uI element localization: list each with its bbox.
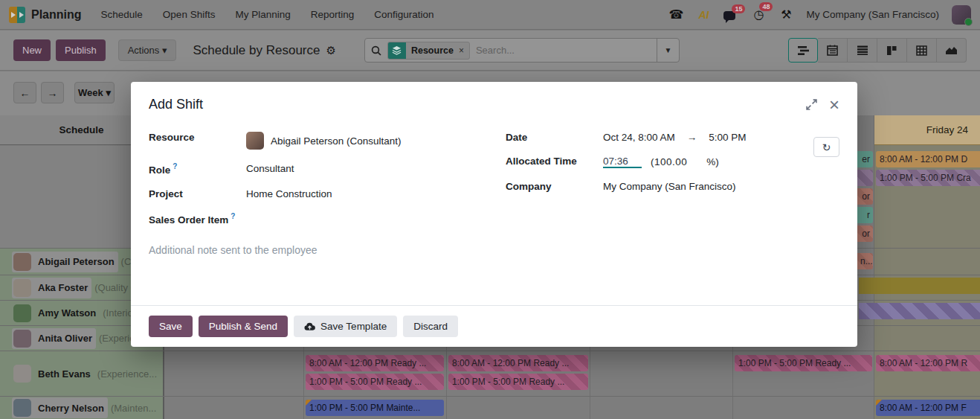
resource-avatar	[13, 399, 31, 417]
project-field[interactable]: Home Construction	[246, 188, 506, 199]
ai-icon[interactable]: AI	[696, 9, 711, 21]
dialog-footer: Save Publish & Send Save Template Discar…	[131, 305, 857, 347]
resource-avatar	[13, 253, 31, 271]
shift-bar[interactable]: 8:00 AM - 12:00 PM Ready ...	[448, 355, 588, 371]
resource-field[interactable]: Abigail Peterson (Consultant)	[246, 132, 506, 150]
shift-bar[interactable]: 1:00 PM - 5:00 PM Ready ...	[448, 374, 588, 390]
shift-bar[interactable]: 8:00 AM - 12:00 PM F	[876, 400, 980, 416]
shift-bar[interactable]: 1:00 PM - 5:00 PM Cra	[876, 170, 980, 186]
view-switch-list-icon[interactable]	[848, 38, 877, 63]
shift-bar[interactable]: 1:00 PM - 5:00 PM Ready ...	[735, 355, 872, 371]
resource-role: (Mainten...	[111, 403, 156, 414]
form-left-column: Resource Abigail Peterson (Consultant) R…	[149, 132, 506, 225]
facet-remove-icon[interactable]: ×	[459, 45, 469, 56]
app-menus: ScheduleOpen ShiftsMy PlanningReportingC…	[101, 9, 434, 20]
note-input[interactable]: Additional note sent to the employee	[131, 225, 857, 256]
shift-bar[interactable]: 1:00 PM - 5:00 PM Ready ...	[306, 374, 444, 390]
discard-button[interactable]: Discard	[403, 316, 458, 337]
publish-send-button[interactable]: Publish & Send	[199, 316, 288, 337]
shift-bar[interactable]: or	[857, 188, 873, 205]
shift-bar[interactable]: 1:00 PM - 5:00 PM Mainte...	[306, 400, 444, 416]
search-facet-resource[interactable]: Resource ×	[387, 42, 470, 60]
shift-bar[interactable]: or	[857, 226, 873, 242]
date-label: Date	[506, 132, 603, 143]
activity-badge: 48	[759, 2, 773, 11]
resource-row-beth[interactable]: Beth Evans(Experience...	[0, 351, 164, 396]
app-name[interactable]: Planning	[31, 8, 82, 22]
shift-bar[interactable]	[859, 303, 980, 319]
date-field[interactable]: Oct 24, 8:00 AM → 5:00 PM	[603, 132, 818, 143]
voip-phone-icon[interactable]: ☎	[668, 7, 683, 22]
role-field[interactable]: Consultant	[246, 162, 506, 176]
allocated-percentage: (100.00	[651, 156, 687, 167]
resource-name: Beth Evans	[38, 368, 91, 380]
date-start-input[interactable]: Oct 24, 8:00 AM	[603, 132, 675, 143]
publish-button[interactable]: Publish	[56, 39, 106, 61]
resource-name: Cherry Nelson	[38, 403, 104, 414]
resource-name: Abigail Peterson	[38, 256, 115, 267]
shift-bar[interactable]: 8:00 AM - 12:00 PM D	[876, 151, 980, 167]
shift-bar[interactable]: n...	[857, 253, 873, 269]
resource-avatar	[13, 330, 31, 348]
top-navbar: Planning ScheduleOpen ShiftsMy PlanningR…	[0, 0, 980, 30]
search-dropdown-toggle[interactable]: ▼	[657, 39, 679, 62]
shift-bar[interactable]: 8:00 AM - 12:00 PM Ready ...	[306, 355, 444, 371]
resource-avatar	[13, 279, 31, 297]
resource-avatar	[246, 132, 264, 150]
menu-my-planning[interactable]: My Planning	[235, 9, 290, 20]
form-right-column: Date Oct 24, 8:00 AM → 5:00 PM Allocated…	[506, 132, 818, 225]
view-switch-pivot-icon[interactable]	[907, 38, 937, 63]
role-label: Role?	[149, 162, 246, 176]
user-avatar[interactable]	[952, 5, 971, 25]
activities-clock-icon[interactable]: ◷ 48	[751, 7, 766, 22]
company-label: Company	[506, 181, 603, 192]
allocated-time-input[interactable]	[603, 156, 642, 168]
view-switcher	[788, 38, 967, 63]
date-end-input[interactable]: 5:00 PM	[709, 132, 746, 143]
menu-open-shifts[interactable]: Open Shifts	[163, 9, 216, 20]
resource-avatar	[13, 365, 31, 383]
layers-icon	[388, 42, 406, 60]
company-field[interactable]: My Company (San Francisco)	[603, 181, 818, 192]
tools-icon[interactable]: ⚒	[778, 7, 793, 22]
search-bar[interactable]: Resource × Search... ▼	[364, 38, 680, 63]
save-button[interactable]: Save	[149, 316, 193, 337]
search-icon	[371, 45, 381, 56]
resource-name: Aka Foster	[38, 282, 88, 293]
facet-label: Resource	[406, 45, 459, 56]
prev-arrow-button[interactable]: ←	[13, 82, 36, 103]
view-title: Schedule by Resource	[193, 43, 320, 58]
recurrence-refresh-button[interactable]: ↻	[813, 137, 839, 157]
close-icon[interactable]: ×	[829, 99, 839, 111]
gantt-column-gridline	[874, 115, 874, 419]
view-switch-gantt-icon[interactable]	[788, 38, 818, 63]
discuss-chat-icon[interactable]: 15	[723, 10, 738, 20]
sales-order-item-field[interactable]	[246, 212, 506, 226]
help-icon: ?	[231, 212, 235, 220]
gear-icon[interactable]: ⚙	[326, 44, 335, 57]
shift-bar[interactable]: er	[857, 151, 873, 167]
shift-bar[interactable]	[857, 170, 873, 186]
actions-dropdown[interactable]: Actions ▾	[118, 39, 177, 61]
view-switch-kanban-icon[interactable]	[877, 38, 907, 63]
view-switch-graph-icon[interactable]	[937, 38, 967, 63]
expand-icon[interactable]	[806, 99, 817, 110]
chat-badge: 15	[732, 4, 745, 13]
new-button[interactable]: New	[13, 39, 51, 61]
next-arrow-button[interactable]: →	[41, 82, 64, 103]
planning-app-icon[interactable]	[9, 7, 25, 23]
save-template-button[interactable]: Save Template	[294, 316, 397, 337]
menu-configuration[interactable]: Configuration	[374, 9, 433, 20]
shift-bar[interactable]	[859, 278, 980, 294]
resource-role: (Interio	[103, 307, 132, 319]
shift-bar[interactable]: r	[857, 207, 873, 223]
shift-bar[interactable]: 8:00 AM - 12:00 PM R	[876, 355, 980, 371]
scale-dropdown[interactable]: Week ▾	[74, 82, 115, 103]
menu-schedule[interactable]: Schedule	[101, 9, 143, 20]
company-name[interactable]: My Company (San Francisco)	[806, 9, 939, 20]
menu-reporting[interactable]: Reporting	[311, 9, 355, 20]
resource-row-cherry[interactable]: Cherry Nelson(Mainten...	[0, 397, 164, 419]
view-switch-calendar-icon[interactable]	[818, 38, 848, 63]
add-shift-dialog: Add Shift × Resource Abigail Peterson (C…	[131, 82, 857, 347]
search-input[interactable]: Search...	[476, 45, 515, 56]
